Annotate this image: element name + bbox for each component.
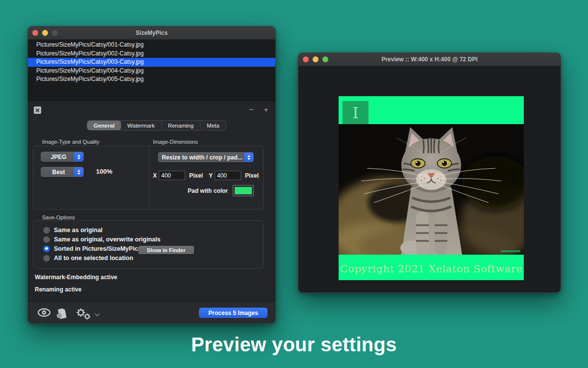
bottom-toolbar: Process 5 Images [28, 301, 276, 323]
settings-panel: − + General Watermark Renaming Meta Imag… [28, 101, 276, 302]
group-image-dimensions: Resize to width / crop / pad... X Pixel … [149, 146, 264, 210]
x-label: X [153, 172, 157, 179]
plus-icon[interactable]: + [261, 105, 271, 115]
gears-icon[interactable] [75, 308, 93, 320]
group-label-save-options: Save-Options [42, 214, 75, 220]
chevron-down-icon[interactable] [95, 312, 100, 316]
preview-image: I Copyright 2021 Xelaton Software [339, 96, 524, 280]
zoom-window-button-disabled [52, 30, 58, 36]
radio-overwrite-originals[interactable]: Same as original, overwrite originals [33, 236, 160, 243]
traffic-lights [32, 30, 58, 36]
radio-one-selected-location[interactable]: All to one selected location [33, 254, 133, 262]
window-title: SizeMyPics [136, 29, 168, 36]
cat-photo [339, 124, 524, 255]
settings-tabbar: General Watermark Renaming Meta [87, 120, 226, 131]
stepper-chevrons-icon [74, 152, 83, 161]
pad-bar-bottom: Copyright 2021 Xelaton Software [339, 255, 524, 280]
format-dropdown-value: JPEG [41, 154, 74, 160]
eye-icon[interactable] [38, 308, 50, 317]
stepper-chevrons-icon [74, 167, 83, 177]
show-in-finder-button[interactable]: Show in Finder [138, 246, 194, 254]
window-title: Preview :: W:400 x H:400 @ 72 DPI [381, 56, 477, 63]
group-label-image-dimensions: Image-Dimensions [153, 139, 198, 145]
y-unit-label: Pixel [245, 172, 259, 179]
titlebar[interactable]: SizeMyPics [28, 26, 275, 40]
process-images-button[interactable]: Process 5 Images [199, 308, 268, 318]
width-input[interactable] [159, 171, 185, 180]
format-dropdown[interactable]: JPEG [41, 152, 84, 162]
file-list-item[interactable]: Pictures/SizeMyPics/Catsy/004-Catsy.jpg [28, 67, 276, 76]
file-list[interactable]: Pictures/SizeMyPics/Catsy/001-Catsy.jpg … [28, 40, 276, 101]
traffic-lights [303, 56, 328, 62]
quality-percent-label: 100% [96, 168, 112, 175]
close-window-button[interactable] [303, 56, 309, 62]
minimize-window-button[interactable] [42, 30, 48, 36]
y-label: Y [209, 172, 213, 179]
radio-icon[interactable] [43, 236, 50, 243]
watermark-initial: I [352, 105, 359, 121]
document-gear-icon[interactable] [55, 308, 67, 319]
page-caption: Preview your settings [0, 334, 588, 356]
preview-body: I Copyright 2021 Xelaton Software [298, 66, 561, 293]
tab-watermark[interactable]: Watermark [121, 121, 161, 130]
file-list-item[interactable]: Pictures/SizeMyPics/Catsy/005-Catsy.jpg [28, 75, 276, 84]
file-list-item[interactable]: Pictures/SizeMyPics/Catsy/002-Catsy.jpg [28, 50, 276, 58]
pad-color-swatch [235, 187, 252, 194]
status-watermark-active: Watermark-Embedding active [35, 274, 117, 281]
close-icon[interactable] [34, 106, 41, 114]
file-list-item[interactable]: Pictures/SizeMyPics/Catsy/001-Catsy.jpg [28, 41, 276, 50]
resize-mode-value: Resize to width / crop / pad... [158, 154, 244, 161]
height-input[interactable] [215, 171, 241, 180]
tab-renaming[interactable]: Renaming [161, 121, 200, 130]
desktop-background: SizeMyPics Pictures/SizeMyPics/Catsy/001… [0, 0, 588, 368]
sizemypics-window: SizeMyPics Pictures/SizeMyPics/Catsy/001… [27, 26, 276, 324]
pad-bar-top: I [339, 96, 524, 124]
watermark-square: I [343, 101, 368, 124]
radio-label: Sorted in Pictures/SizeMyPics [54, 245, 142, 252]
preview-window: Preview :: W:400 x H:400 @ 72 DPI [298, 53, 561, 293]
titlebar[interactable]: Preview :: W:400 x H:400 @ 72 DPI [298, 53, 561, 66]
group-label-image-type: Image-Type and Quality [42, 139, 99, 145]
file-list-item-selected[interactable]: Pictures/SizeMyPics/Catsy/003-Catsy.jpg [28, 58, 276, 67]
radio-label: Same as original, overwrite originals [54, 236, 160, 243]
zoom-window-button[interactable] [322, 56, 328, 62]
pad-with-color-label: Pad with color [188, 187, 228, 194]
pad-color-well[interactable] [233, 185, 254, 196]
group-save-options: Same as original Same as original, overw… [33, 220, 264, 269]
status-renaming-active: Renaming active [35, 286, 81, 293]
copyright-watermark-text: Copyright 2021 Xelaton Software [340, 260, 523, 275]
close-window-button[interactable] [32, 30, 38, 36]
quality-dropdown[interactable]: Best [41, 167, 84, 177]
radio-icon-selected[interactable] [43, 245, 50, 252]
tab-meta[interactable]: Meta [200, 121, 226, 130]
tab-general[interactable]: General [87, 121, 121, 130]
x-unit-label: Pixel [189, 172, 203, 179]
stepper-chevrons-icon [244, 153, 253, 162]
group-image-type-quality: JPEG Best 100% [33, 146, 152, 210]
radio-icon[interactable] [43, 255, 50, 262]
radio-label: Same as original [54, 227, 102, 234]
minimize-window-button[interactable] [313, 56, 318, 62]
resize-mode-dropdown[interactable]: Resize to width / crop / pad... [158, 152, 254, 162]
radio-same-as-original[interactable]: Same as original [33, 226, 102, 234]
radio-icon[interactable] [43, 227, 50, 234]
cat-illustration [339, 124, 524, 255]
radio-label: All to one selected location [54, 255, 133, 262]
photo-corner-watermark [501, 250, 520, 252]
minus-icon[interactable]: − [246, 105, 256, 115]
quality-dropdown-value: Best [41, 169, 74, 176]
radio-sorted-in-pictures[interactable]: Sorted in Pictures/SizeMyPics [33, 245, 142, 253]
